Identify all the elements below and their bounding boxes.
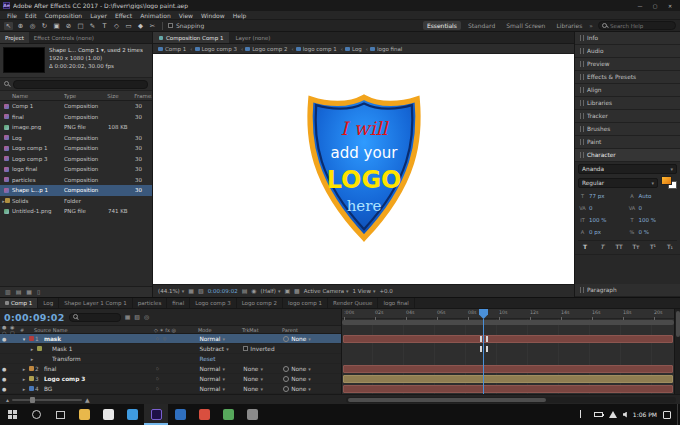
workspace-essentials[interactable]: Essentials bbox=[423, 21, 461, 30]
parent-pickwhip-icon[interactable] bbox=[283, 336, 289, 342]
vertical-scale-value[interactable]: 100 % bbox=[589, 217, 606, 223]
taskbar-clock[interactable]: 1:06 PM bbox=[633, 411, 657, 418]
menu-help[interactable]: Help bbox=[229, 12, 251, 19]
workspace-overflow-icon[interactable]: » bbox=[589, 22, 593, 29]
superscript-button[interactable]: T¹ bbox=[648, 242, 658, 251]
parent-select[interactable]: None bbox=[291, 386, 311, 392]
current-time-display[interactable]: 0:00:09:02 bbox=[4, 312, 65, 323]
exposure-value[interactable]: +0.0 bbox=[379, 288, 392, 294]
zoom-in-mountain-icon[interactable] bbox=[85, 397, 90, 403]
project-column-headers[interactable]: Name Type Size Frame.. bbox=[0, 91, 152, 101]
menu-file[interactable]: File bbox=[3, 12, 21, 19]
font-size-value[interactable]: 77 px bbox=[589, 193, 605, 199]
project-row-selected[interactable]: Shape L...p 1 Composition 30 bbox=[0, 185, 152, 196]
project-row[interactable]: Logo comp 3 Composition 30 bbox=[0, 154, 152, 165]
blend-mode-select[interactable]: Normal bbox=[199, 336, 225, 342]
expand-layer-icon[interactable] bbox=[20, 366, 28, 372]
pan-behind-tool[interactable]: ⊘ bbox=[64, 22, 73, 30]
panel-brushes[interactable]: Brushes bbox=[575, 123, 680, 136]
visibility-toggle[interactable]: ● bbox=[2, 376, 6, 382]
expand-layer-icon[interactable] bbox=[20, 386, 28, 392]
mask-visibility-icon[interactable] bbox=[198, 288, 204, 294]
zoom-out-mountain-icon[interactable] bbox=[6, 397, 9, 403]
taskbar-app-button[interactable] bbox=[192, 404, 216, 425]
view-layout-menu[interactable]: 1 View bbox=[353, 288, 376, 294]
comp-mini-flowchart-icon[interactable] bbox=[125, 314, 131, 320]
panel-align[interactable]: Align bbox=[575, 84, 680, 97]
motion-blur-icon[interactable] bbox=[144, 314, 149, 320]
trkmat-header[interactable]: TrkMat bbox=[242, 327, 282, 333]
collapse-layer-icon[interactable] bbox=[20, 336, 28, 342]
visibility-toggle[interactable]: ● bbox=[2, 386, 6, 392]
keyframe-marker[interactable] bbox=[486, 346, 488, 352]
resolution-menu[interactable]: (Half) bbox=[261, 288, 281, 294]
timeline-tab-comp1[interactable]: Comp 1 bbox=[0, 298, 38, 308]
panel-paint[interactable]: Paint bbox=[575, 136, 680, 149]
faux-italic-button[interactable]: T bbox=[597, 242, 607, 251]
leading-value[interactable]: Auto bbox=[639, 193, 652, 199]
keyframe-marker[interactable] bbox=[480, 346, 482, 352]
zoom-slider-thumb[interactable] bbox=[30, 397, 35, 403]
layer-row-bg[interactable]: ● 4 BG ◇ Normal None None bbox=[0, 384, 341, 394]
font-style-select[interactable]: Regular bbox=[578, 178, 658, 188]
subscript-button[interactable]: T₁ bbox=[665, 242, 675, 251]
project-row[interactable]: final Composition 30 bbox=[0, 112, 152, 123]
tsume-value[interactable]: 0 % bbox=[639, 229, 649, 235]
transform-reset-button[interactable]: Reset bbox=[199, 356, 215, 362]
task-view-button[interactable] bbox=[48, 404, 72, 425]
time-ruler[interactable]: :00s 02s 04s 06s 08s 10s 12s 14s 16s 18s… bbox=[342, 309, 674, 319]
project-row[interactable]: Comp 1 Composition 30 bbox=[0, 101, 152, 112]
baseline-shift-value[interactable]: 0 px bbox=[589, 229, 601, 235]
new-folder-button[interactable] bbox=[16, 289, 22, 295]
menu-composition[interactable]: Composition bbox=[41, 12, 86, 19]
tracking-value[interactable]: 0 bbox=[639, 205, 643, 211]
layer-row-final[interactable]: ● 2 final ◇ Normal None None bbox=[0, 364, 341, 374]
track-final[interactable] bbox=[342, 364, 674, 374]
inverted-checkbox[interactable] bbox=[243, 346, 248, 351]
label-color-chip[interactable] bbox=[29, 386, 34, 391]
transparency-grid-icon[interactable] bbox=[294, 288, 300, 294]
grid-guides-icon[interactable] bbox=[188, 288, 194, 294]
snapping-checkbox[interactable] bbox=[168, 23, 173, 28]
breadcrumb-item[interactable]: Log bbox=[345, 46, 368, 52]
project-row[interactable]: Log Composition 30 bbox=[0, 133, 152, 144]
timeline-tab[interactable]: Logo comp 2 bbox=[237, 298, 283, 308]
source-name-header[interactable]: Source Name bbox=[34, 327, 154, 333]
close-button[interactable]: ✕ bbox=[663, 1, 677, 10]
cortana-search-button[interactable] bbox=[24, 404, 48, 425]
parent-pickwhip-icon[interactable] bbox=[283, 366, 289, 372]
expand-layer-icon[interactable] bbox=[20, 376, 28, 382]
maximize-button[interactable]: ▢ bbox=[648, 1, 662, 10]
hand-tool[interactable]: ⊕ bbox=[16, 22, 25, 30]
parent-pickwhip-icon[interactable] bbox=[283, 386, 289, 392]
battery-icon[interactable] bbox=[594, 412, 603, 417]
new-composition-button[interactable] bbox=[26, 289, 32, 295]
scrollbar-thumb[interactable] bbox=[676, 311, 680, 337]
search-help-box[interactable] bbox=[598, 21, 676, 30]
track-transform[interactable] bbox=[342, 354, 674, 364]
work-area-bar[interactable] bbox=[342, 320, 674, 325]
pen-tool[interactable]: ✎ bbox=[88, 22, 97, 30]
roto-brush-tool[interactable]: ✂ bbox=[148, 22, 157, 30]
layer-switches[interactable]: ◇ ◎ bbox=[156, 336, 200, 341]
selection-tool[interactable]: ↖ bbox=[4, 22, 13, 30]
timeline-tab[interactable]: particles bbox=[133, 298, 168, 308]
timeline-horizontal-scrollbar[interactable] bbox=[346, 397, 676, 403]
parent-select[interactable]: None bbox=[291, 376, 311, 382]
type-tool[interactable]: T bbox=[100, 22, 109, 30]
layer-duration-bar[interactable] bbox=[343, 385, 673, 393]
label-color-chip[interactable] bbox=[29, 376, 34, 381]
breadcrumb-item[interactable]: Logo comp 3 bbox=[195, 46, 244, 52]
layer-switches[interactable]: ◇ bbox=[156, 386, 200, 391]
mask-mode-select[interactable]: Subtract bbox=[199, 346, 228, 352]
blend-mode-select[interactable]: Normal bbox=[199, 366, 225, 372]
workspace-standard[interactable]: Standard bbox=[464, 22, 499, 29]
shape-tool[interactable]: □ bbox=[76, 22, 85, 30]
tab-layer[interactable]: Layer (none) bbox=[229, 32, 276, 43]
timeline-track-area[interactable]: :00s 02s 04s 06s 08s 10s 12s 14s 16s 18s… bbox=[342, 309, 674, 394]
timeline-tab-render-queue[interactable]: Render Queue bbox=[328, 298, 378, 308]
magnification-menu[interactable]: (44.1%) bbox=[158, 288, 184, 294]
panel-effects-presets[interactable]: Effects & Presets bbox=[575, 71, 680, 84]
panel-character-header[interactable]: Character bbox=[575, 149, 680, 162]
brush-tool[interactable]: ◇ bbox=[112, 22, 121, 30]
